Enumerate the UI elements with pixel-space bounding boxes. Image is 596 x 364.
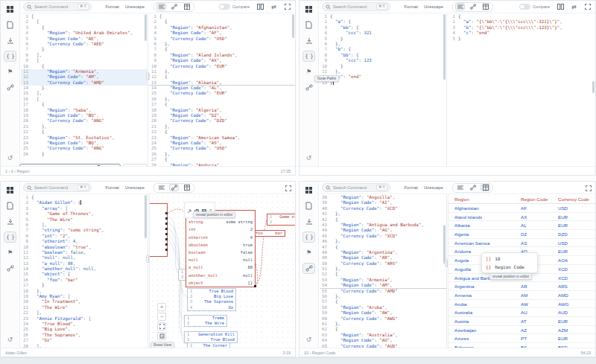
- code-line[interactable]: 1{: [448, 14, 595, 19]
- graph-node-row[interactable]: 1Treme: [185, 316, 226, 321]
- format-button[interactable]: Format: [106, 4, 119, 9]
- code-line[interactable]: 4 "Region": "United Arab Emirates",: [21, 31, 148, 36]
- graph-view-icon[interactable]: [169, 3, 179, 10]
- code-line[interactable]: 9 "ccc": 123: [320, 58, 446, 63]
- toggle-switch-off[interactable]: [519, 4, 530, 10]
- code-line[interactable]: 45 "Currency Code": "XCD": [320, 234, 446, 239]
- code-line[interactable]: 9 "Region Code": "AX",: [149, 58, 295, 63]
- unescape-button[interactable]: Unescape: [424, 185, 443, 190]
- json-braces-icon[interactable]: { }: [302, 51, 315, 62]
- graph-node-row[interactable]: nullnull: [186, 256, 255, 264]
- history-icon[interactable]: ↺: [302, 152, 315, 163]
- code-line[interactable]: 17 {: [21, 102, 148, 107]
- code-line[interactable]: 19 "Region Code": "BQ",: [21, 113, 148, 118]
- code-line[interactable]: 10 }: [320, 64, 446, 69]
- code-line[interactable]: 2 "a": "{\"bb\":\"{\\\"ccc\\\":321}\"}",: [448, 19, 595, 25]
- graph-node-row[interactable]: int2: [186, 226, 255, 233]
- graph-view-icon[interactable]: [468, 184, 478, 191]
- code-line[interactable]: 18 },: [21, 289, 148, 294]
- graph-view[interactable]: × arraystringsome stringint2otherint4abo…: [149, 194, 295, 348]
- code-line[interactable]: 18 "Region": "Saba",: [21, 108, 148, 113]
- table-row[interactable]: AustriaATEUR: [448, 317, 595, 326]
- code-line[interactable]: 11 "boolean": false,: [21, 250, 148, 255]
- split-columns-icon[interactable]: [256, 3, 264, 11]
- code-line[interactable]: 22 {: [21, 130, 148, 135]
- split-columns-icon[interactable]: [557, 3, 565, 11]
- document-icon[interactable]: [4, 200, 16, 211]
- code-line[interactable]: 6 ],: [21, 223, 148, 228]
- reveal-icon[interactable]: [187, 203, 191, 217]
- table-row[interactable]: AzoresPTEUR: [448, 334, 595, 343]
- text-view-icon[interactable]: [156, 184, 166, 191]
- code-line[interactable]: 27 "Oz": [21, 338, 148, 343]
- scrollbar-thumb[interactable]: [292, 14, 294, 38]
- code-line[interactable]: 62 {: [320, 327, 446, 332]
- code-line[interactable]: 52 {: [320, 272, 446, 277]
- scrollbar-thumb[interactable]: [592, 81, 595, 93]
- code-line[interactable]: 23 "Annie Fitzgerald": [: [21, 316, 148, 322]
- json-braces-icon[interactable]: { }: [302, 232, 315, 243]
- code-line[interactable]: 10 "aboolean": "true",: [21, 245, 148, 250]
- code-line[interactable]: 20 "Currency Code": "DZD": [149, 118, 295, 124]
- code-line[interactable]: 4 "c": "end": [448, 31, 595, 36]
- fullscreen-icon[interactable]: [285, 181, 291, 194]
- graph-node-row[interactable]: 1The Corner: [188, 343, 229, 348]
- code-line[interactable]: 17 }: [21, 283, 148, 288]
- code-line[interactable]: 6 },: [149, 42, 295, 47]
- table-view-icon[interactable]: [481, 184, 490, 191]
- table-row[interactable]: ArmeniaAMAMD: [448, 291, 595, 300]
- code-line[interactable]: 5 "Region Code": "AE",: [21, 36, 148, 42]
- code-line[interactable]: 16 [: [21, 97, 148, 102]
- code-line[interactable]: 43 "Region": "Antigua and Barbuda",: [320, 223, 446, 228]
- code-line[interactable]: 48 "Region": "Argentina",: [320, 250, 446, 255]
- code-line[interactable]: 57 {: [320, 299, 446, 304]
- code-line[interactable]: 1{: [21, 195, 148, 200]
- code-line[interactable]: 3 "array": [: [21, 206, 148, 211]
- graph-node-alexander-skarsgard[interactable]: 1Generation Kill2True Blood: [184, 331, 238, 343]
- code-line[interactable]: 17 {: [149, 102, 295, 107]
- code-line[interactable]: 49 "Region Code": "AR",: [320, 255, 446, 261]
- code-line[interactable]: 64 "Region Code": "AU",: [320, 338, 446, 343]
- graph-node-row[interactable]: 4Oz: [188, 305, 235, 310]
- code-line[interactable]: 8 "bb": {: [320, 53, 446, 58]
- code-line[interactable]: 47 {: [320, 245, 446, 250]
- compare-toggle[interactable]: Compare: [219, 4, 250, 10]
- code-line[interactable]: 12 "Region Code": "AM",: [21, 74, 148, 80]
- code-line[interactable]: 21 },: [149, 124, 295, 130]
- breadcrumb[interactable]: Aidan Gillen: [5, 351, 27, 355]
- graph-node-row[interactable]: 2The Wire: [267, 220, 295, 225]
- code-line[interactable]: 10 {: [21, 64, 148, 69]
- code-line[interactable]: 53 "Region": "Armenia",: [320, 278, 446, 283]
- import-icon[interactable]: [302, 216, 315, 227]
- code-line[interactable]: 8 "int": "2",: [21, 234, 148, 239]
- text-view-icon[interactable]: [455, 184, 465, 191]
- table-row[interactable]: AzerbaijanAZAZM: [448, 326, 595, 335]
- column-header[interactable]: Region: [448, 194, 515, 203]
- code-line[interactable]: 25 "Currency Code": "ANG": [21, 146, 148, 151]
- code-line[interactable]: 14 }: [21, 86, 148, 91]
- editor-right[interactable]: 1[2 {3 "Region": "Afghanistan",4 "Region…: [149, 13, 295, 166]
- code-line[interactable]: 18 "Region": "Algeria",: [149, 108, 295, 113]
- code-line[interactable]: 3 {: [21, 25, 148, 31]
- code-line[interactable]: 3 "b": "{\"bb\":\"{\\\"ccc\\\":123}\"}",: [448, 25, 595, 31]
- code-line[interactable]: 15 "object": {: [21, 272, 148, 277]
- code-line[interactable]: 54 "Region Code": "AM",: [320, 283, 446, 288]
- flag-icon[interactable]: ⚑: [302, 66, 315, 77]
- import-icon[interactable]: [4, 216, 16, 227]
- text-view-icon[interactable]: [156, 3, 166, 10]
- breadcrumb[interactable]: 10 › Region Code: [304, 351, 335, 355]
- flag-icon[interactable]: ⚑: [4, 66, 16, 77]
- editor-left[interactable]: 38 "Region": "Anguilla",39 "Region Code"…: [320, 194, 447, 348]
- graph-view-icon[interactable]: [468, 3, 478, 10]
- code-line[interactable]: 26 },: [149, 152, 295, 157]
- history-icon[interactable]: ↺: [4, 152, 16, 163]
- code-line[interactable]: 19 "Amy Ryan": [: [21, 294, 148, 299]
- code-line[interactable]: 6 "Currency Code": "AED": [21, 42, 148, 47]
- graph-node-row[interactable]: another_nullnull: [186, 272, 255, 279]
- import-icon[interactable]: [4, 35, 16, 46]
- code-line[interactable]: 24 "Region Code": "AS",: [149, 141, 295, 146]
- graph-node-array[interactable]: 1Game of Thrones2The Wire: [267, 214, 295, 226]
- code-line[interactable]: 2 [: [21, 19, 148, 25]
- node-paths-icon[interactable]: [302, 263, 315, 274]
- search-command-box[interactable]: Search Command ⌘ K: [322, 2, 390, 11]
